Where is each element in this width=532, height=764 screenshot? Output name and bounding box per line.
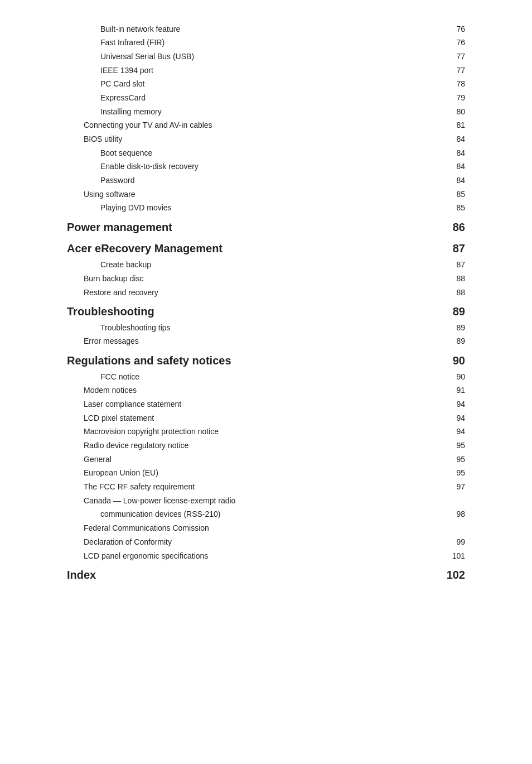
toc-page: 89 [417, 300, 465, 321]
toc-page: 90 [417, 370, 465, 384]
toc-page: 101 [417, 549, 465, 563]
toc-row: Canada — Low-power license-exempt radio [67, 494, 465, 508]
toc-label: Laser compliance statement [67, 397, 417, 411]
toc-label: Restore and recovery [67, 286, 417, 300]
toc-label: Radio device regulatory notice [67, 439, 417, 453]
toc-page: 97 [417, 480, 465, 494]
toc-row: FCC notice90 [67, 370, 465, 384]
toc-row: LCD pixel statement94 [67, 411, 465, 425]
toc-row: Connecting your TV and AV-in cables81 [67, 119, 465, 133]
toc-row: Using software85 [67, 188, 465, 201]
toc-page: 95 [417, 439, 465, 453]
toc-row: Macrovision copyright protection notice9… [67, 425, 465, 439]
toc-page: 94 [417, 411, 465, 425]
toc-label: Error messages [67, 335, 417, 349]
toc-label: Create backup [67, 258, 417, 272]
toc-page: 95 [417, 453, 465, 467]
toc-row: General95 [67, 453, 465, 467]
toc-page [417, 522, 465, 536]
toc-label: Connecting your TV and AV-in cables [67, 119, 417, 133]
toc-label: Modem notices [67, 384, 417, 398]
toc-row: Acer eRecovery Management87 [67, 237, 465, 258]
toc-row: Burn backup disc88 [67, 272, 465, 286]
toc-page: 77 [417, 64, 465, 78]
toc-page: 102 [417, 563, 465, 585]
toc-row: Playing DVD movies85 [67, 201, 465, 215]
toc-label: LCD panel ergonomic specifications [67, 549, 417, 563]
toc-row: Radio device regulatory notice95 [67, 439, 465, 453]
toc-label: IEEE 1394 port [67, 64, 417, 78]
toc-row: Modem notices91 [67, 384, 465, 398]
toc-row: Built-in network feature76 [67, 22, 465, 36]
toc-page: 88 [417, 272, 465, 286]
toc-row: ExpressCard79 [67, 91, 465, 105]
toc-page: 87 [417, 237, 465, 258]
toc-page: 99 [417, 535, 465, 549]
toc-page: 91 [417, 384, 465, 398]
toc-label: Power management [67, 215, 417, 237]
toc-row: Universal Serial Bus (USB)77 [67, 50, 465, 64]
toc-page: 77 [417, 50, 465, 64]
toc-row: Restore and recovery88 [67, 286, 465, 300]
toc-row: Power management86 [67, 215, 465, 237]
toc-label: LCD pixel statement [67, 411, 417, 425]
toc-row: IEEE 1394 port77 [67, 64, 465, 78]
toc-label: Boot sequence [67, 146, 417, 160]
toc-label: Index [67, 563, 417, 585]
toc-label: European Union (EU) [67, 467, 417, 480]
toc-label: Troubleshooting [67, 300, 417, 321]
toc-page [417, 494, 465, 508]
toc-row: Regulations and safety notices90 [67, 349, 465, 371]
toc-row: European Union (EU)95 [67, 467, 465, 480]
toc-row: Declaration of Conformity99 [67, 535, 465, 549]
toc-page: 80 [417, 105, 465, 119]
toc-page: 76 [417, 22, 465, 36]
toc-page: 94 [417, 397, 465, 411]
toc-row: LCD panel ergonomic specifications101 [67, 549, 465, 563]
toc-label: Canada — Low-power license-exempt radio [67, 494, 417, 508]
toc-row: Error messages89 [67, 335, 465, 349]
toc-row: Create backup87 [67, 258, 465, 272]
toc-table: Built-in network feature76Fast Infrared … [67, 22, 465, 584]
toc-label: FCC notice [67, 370, 417, 384]
toc-page: 94 [417, 425, 465, 439]
toc-label: Declaration of Conformity [67, 535, 417, 549]
toc-page: 81 [417, 119, 465, 133]
toc-row: Troubleshooting89 [67, 300, 465, 321]
toc-label: Fast Infrared (FIR) [67, 36, 417, 50]
toc-page: 84 [417, 146, 465, 160]
toc-page: 89 [417, 321, 465, 335]
toc-label: Universal Serial Bus (USB) [67, 50, 417, 64]
toc-page: 84 [417, 160, 465, 174]
toc-page: 84 [417, 174, 465, 188]
toc-label: BIOS utility [67, 133, 417, 147]
toc-label: Using software [67, 188, 417, 201]
toc-row: Fast Infrared (FIR)76 [67, 36, 465, 50]
toc-page: 76 [417, 36, 465, 50]
toc-page: 85 [417, 188, 465, 201]
toc-page: 84 [417, 133, 465, 147]
toc-page: 86 [417, 215, 465, 237]
toc-label: Troubleshooting tips [67, 321, 417, 335]
toc-label: Enable disk-to-disk recovery [67, 160, 417, 174]
toc-row: Troubleshooting tips89 [67, 321, 465, 335]
toc-row: Federal Communications Comission [67, 522, 465, 536]
toc-label: Acer eRecovery Management [67, 237, 417, 258]
toc-label: Regulations and safety notices [67, 349, 417, 371]
toc-row: Laser compliance statement94 [67, 397, 465, 411]
toc-label: Macrovision copyright protection notice [67, 425, 417, 439]
toc-page: 79 [417, 91, 465, 105]
toc-label: Installing memory [67, 105, 417, 119]
toc-row: communication devices (RSS-210)98 [67, 508, 465, 522]
toc-label: ExpressCard [67, 91, 417, 105]
toc-page: 90 [417, 349, 465, 371]
toc-row: Index102 [67, 563, 465, 585]
toc-page: 98 [417, 508, 465, 522]
toc-label: communication devices (RSS-210) [67, 508, 417, 522]
toc-label: Playing DVD movies [67, 201, 417, 215]
toc-row: Boot sequence84 [67, 146, 465, 160]
toc-label: Burn backup disc [67, 272, 417, 286]
toc-row: Password84 [67, 174, 465, 188]
toc-row: The FCC RF safety requirement97 [67, 480, 465, 494]
toc-row: Enable disk-to-disk recovery84 [67, 160, 465, 174]
